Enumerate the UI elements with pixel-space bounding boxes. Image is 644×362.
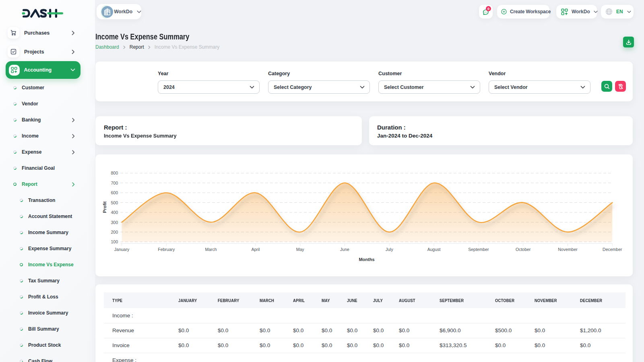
svg-text:March: March bbox=[205, 247, 217, 252]
svg-text:400: 400 bbox=[111, 210, 118, 215]
svg-text:500: 500 bbox=[111, 200, 118, 205]
svg-text:January: January bbox=[114, 247, 130, 252]
svg-text:Profit: Profit bbox=[102, 201, 107, 213]
svg-text:200: 200 bbox=[111, 230, 118, 234]
svg-text:October: October bbox=[516, 247, 531, 252]
svg-text:100: 100 bbox=[111, 239, 118, 244]
svg-text:February: February bbox=[158, 247, 175, 252]
svg-text:September: September bbox=[468, 247, 489, 252]
svg-text:600: 600 bbox=[111, 190, 118, 195]
svg-text:December: December bbox=[603, 247, 622, 252]
svg-text:August: August bbox=[427, 247, 441, 252]
svg-text:June: June bbox=[340, 247, 349, 252]
svg-text:July: July bbox=[386, 247, 393, 252]
svg-text:Months: Months bbox=[359, 257, 374, 262]
svg-text:800: 800 bbox=[111, 171, 118, 175]
svg-text:April: April bbox=[251, 247, 260, 252]
svg-text:May: May bbox=[296, 247, 305, 252]
svg-text:700: 700 bbox=[111, 181, 118, 185]
svg-text:300: 300 bbox=[111, 220, 118, 225]
svg-text:November: November bbox=[558, 247, 578, 252]
